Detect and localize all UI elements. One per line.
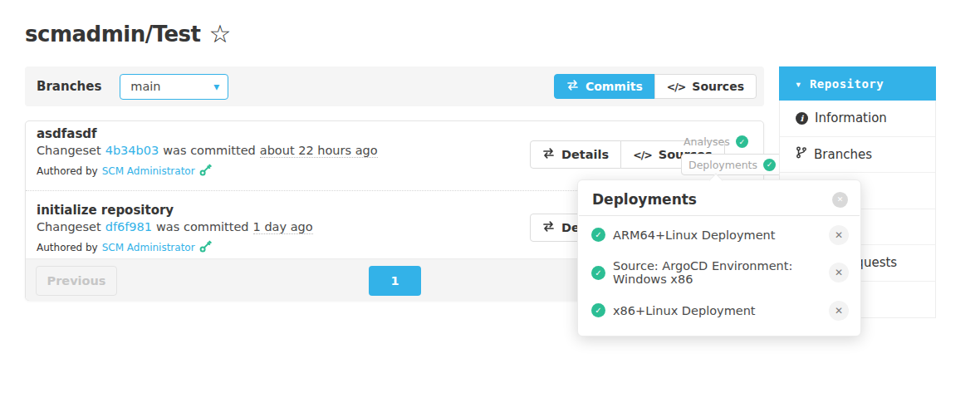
close-icon[interactable]: ✕	[832, 192, 848, 208]
branch-select[interactable]: main ▾	[120, 74, 228, 100]
sidebar-header-repository[interactable]: ▾ Repository	[779, 66, 936, 101]
commit-changeset-line: Changeset df6f981 was committed 1 day ag…	[37, 220, 313, 234]
sidebar-item-information[interactable]: i Information	[780, 101, 935, 137]
previous-page-button[interactable]: Previous	[36, 266, 117, 296]
author-link[interactable]: SCM Administrator	[102, 165, 195, 177]
details-button[interactable]: Details	[530, 140, 621, 169]
deployment-item: ✓ ARM64+Linux Deployment ✕	[578, 216, 860, 254]
repository-page: scmadmin/Test ☆ Branches main ▾ Commits …	[0, 0, 980, 393]
deployment-item: ✓ Source: ArgoCD Environment: Windows x8…	[578, 254, 860, 292]
code-icon: </>	[633, 149, 652, 161]
commit-title: initialize repository	[37, 203, 174, 218]
branches-label: Branches	[37, 79, 101, 94]
code-icon: </>	[667, 81, 686, 93]
repository-name: scmadmin/Test	[25, 22, 200, 47]
commit-title: asdfasdf	[37, 126, 97, 141]
commit-author-line: Authored by SCM Administrator	[37, 240, 212, 255]
remove-deployment-icon[interactable]: ✕	[829, 225, 849, 245]
exchange-icon	[566, 80, 579, 93]
key-icon	[199, 164, 212, 179]
info-icon: i	[796, 112, 808, 125]
check-circle-icon: ✓	[763, 159, 776, 171]
deployments-status[interactable]: Deployments ✓	[681, 154, 783, 175]
sources-view-button[interactable]: </> Sources	[654, 74, 757, 99]
check-circle-icon: ✓	[591, 303, 605, 317]
exchange-icon	[542, 221, 555, 234]
changeset-link[interactable]: df6f981	[105, 220, 152, 233]
favorite-star-icon[interactable]: ☆	[208, 22, 231, 47]
check-circle-icon: ✓	[591, 228, 605, 242]
commits-view-button[interactable]: Commits	[554, 74, 655, 99]
commit-changeset-line: Changeset 4b34b03 was committed about 22…	[37, 144, 378, 158]
exchange-icon	[542, 148, 555, 161]
deployments-popover: Deployments ✕ ✓ ARM64+Linux Deployment ✕…	[577, 179, 861, 337]
popover-header: Deployments ✕	[579, 180, 860, 216]
changeset-link[interactable]: 4b34b03	[105, 144, 159, 157]
commit-time: 1 day ago	[253, 220, 313, 234]
check-circle-icon: ✓	[591, 266, 605, 280]
branch-select-value: main	[130, 80, 213, 93]
view-switcher: Commits </> Sources	[554, 74, 757, 99]
key-icon	[199, 240, 212, 255]
deployment-item: ✓ x86+Linux Deployment ✕	[578, 292, 860, 330]
branch-toolbar: Branches main ▾ Commits </> Sources	[25, 66, 764, 106]
remove-deployment-icon[interactable]: ✕	[829, 263, 849, 282]
commit-author-line: Authored by SCM Administrator	[37, 164, 212, 179]
page-title: scmadmin/Test ☆	[25, 22, 231, 47]
chevron-down-icon: ▾	[795, 77, 802, 91]
commit-time: about 22 hours ago	[260, 144, 378, 158]
analyses-status[interactable]: Analyses ✓	[684, 135, 748, 148]
sidebar-item-branches[interactable]: Branches	[780, 137, 935, 174]
remove-deployment-icon[interactable]: ✕	[829, 301, 849, 321]
popover-title: Deployments	[592, 191, 832, 208]
page-1-button[interactable]: 1	[369, 266, 421, 296]
branch-icon	[796, 146, 807, 162]
check-circle-icon: ✓	[736, 135, 748, 148]
author-link[interactable]: SCM Administrator	[102, 242, 195, 253]
chevron-down-icon: ▾	[213, 81, 219, 92]
